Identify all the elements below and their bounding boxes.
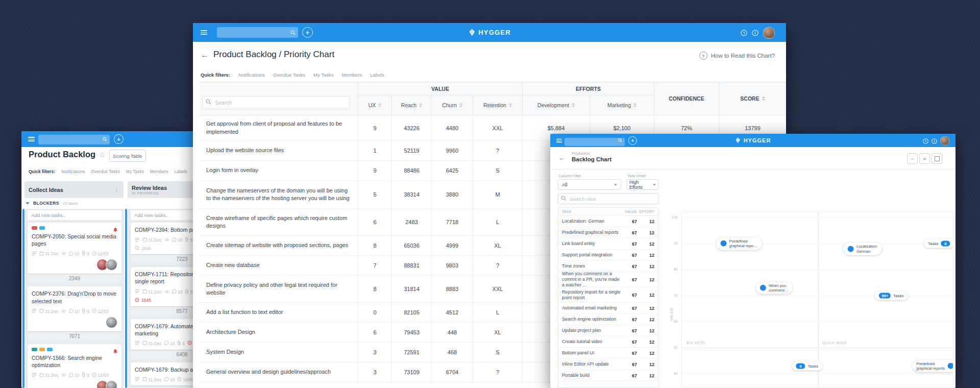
quick-filter-item[interactable]: Overdue Tasks — [91, 169, 120, 174]
add-icon[interactable]: + — [302, 27, 313, 38]
task-search[interactable] — [202, 96, 350, 109]
swimlane-blockers[interactable]: BLOCKERS 23 tasks — [26, 201, 78, 206]
value-cell: 4512 — [432, 303, 473, 322]
comments-count: 10 — [75, 309, 79, 314]
assignee-avatar[interactable] — [106, 259, 117, 271]
idea-value: 67 — [622, 306, 637, 311]
chart-bubble[interactable]: Tasks8 — [924, 239, 953, 248]
left-topbar-search-input[interactable] — [38, 135, 110, 144]
idea-list-row[interactable]: Localization: German6712 — [558, 216, 658, 227]
right-topbar-search[interactable] — [565, 136, 625, 144]
column-menu-icon[interactable]: ⋮ — [114, 186, 119, 193]
quick-filter-item[interactable]: Members — [150, 169, 168, 174]
menu-icon[interactable] — [201, 30, 207, 35]
clock-icon[interactable] — [923, 138, 928, 144]
idea-list-row[interactable]: Update project plan6712 — [558, 325, 658, 336]
scoring-table-button[interactable]: Scoring Table — [109, 150, 146, 162]
quick-filter-item[interactable]: Notifications — [61, 169, 85, 174]
quick-filter-item[interactable]: My Tasks — [126, 169, 144, 174]
clock-icon[interactable] — [741, 30, 747, 36]
quick-filter-item[interactable]: Labels — [370, 72, 384, 78]
assignee-avatar[interactable] — [106, 317, 117, 328]
column-filter-select[interactable]: All — [558, 179, 621, 190]
star-icon[interactable]: ☆ — [99, 151, 106, 159]
center-topbar-search[interactable] — [217, 27, 298, 38]
comments-count: 10 — [75, 373, 79, 378]
confidence-header[interactable]: CONFIDENCE — [654, 82, 719, 115]
idea-list-row[interactable]: Repository import for a single point rep… — [558, 287, 658, 303]
column-subheader[interactable]: Retention — [473, 95, 523, 115]
quick-filter-item[interactable]: My Tasks — [313, 72, 333, 78]
score-header[interactable]: SCORE — [719, 82, 786, 115]
value-cell: 65036 — [392, 236, 432, 255]
center-topbar-search-input[interactable] — [217, 27, 298, 38]
right-topbar-search-input[interactable] — [565, 138, 625, 146]
add-icon[interactable]: + — [114, 134, 124, 144]
column-subheader[interactable]: Reach — [392, 95, 432, 115]
task-order-select[interactable]: High Efforts — [627, 179, 658, 190]
column-scrollbar[interactable] — [125, 209, 127, 388]
zoom-out-button[interactable]: − — [907, 153, 918, 164]
chart-bubble[interactable]: 99+Tasks — [875, 292, 908, 300]
task-search-input[interactable] — [202, 96, 350, 109]
value-cell: 4480 — [432, 115, 473, 140]
how-to-read-label: How to Read this Chart? — [711, 53, 775, 59]
menu-icon[interactable] — [556, 138, 562, 142]
zoom-in-button[interactable]: + — [919, 153, 930, 164]
idea-list-row[interactable]: Create tutorial video6712 — [558, 336, 658, 348]
collapse-triangle-icon[interactable] — [26, 202, 30, 205]
attachment-icon — [82, 251, 86, 257]
chart-bubble[interactable]: 4Tasks — [792, 361, 822, 370]
idea-search[interactable] — [558, 193, 658, 204]
add-new-tasks-field[interactable]: Add new tasks.. — [28, 210, 121, 220]
chart-bubble[interactable]: When youcomment ... — [756, 281, 793, 294]
idea-list-row[interactable]: When you comment on a commit in a PR, yo… — [558, 272, 658, 287]
user-avatar[interactable] — [940, 136, 949, 146]
assignee-avatar[interactable] — [106, 380, 117, 388]
kanban-card[interactable]: COMPY-1566: Search engine optimization31… — [28, 344, 121, 388]
how-to-read-link[interactable]: ? How to Read this Chart? — [699, 52, 775, 60]
chart-bubble[interactable]: Predefinedgraphical reports — [912, 359, 953, 372]
idea-list-row[interactable]: Predefined graphical reports6712 — [558, 227, 658, 238]
column-subheader[interactable]: Churn — [432, 95, 473, 115]
left-topbar-search[interactable] — [38, 134, 110, 144]
user-avatar[interactable] — [763, 27, 775, 39]
back-arrow-icon[interactable]: ← — [201, 51, 209, 60]
column-subheader[interactable]: UX — [358, 95, 392, 115]
idea-list-row[interactable]: Portable build6712 — [558, 370, 658, 381]
idea-list-row[interactable]: Automated email marketing6712 — [558, 303, 658, 314]
time-icon — [135, 246, 139, 251]
column-header-collect-ideas[interactable]: Collect Ideas ⋮ — [24, 181, 124, 198]
idea-list-row[interactable]: Search engine optimization6712 — [558, 314, 658, 325]
task-name-cell: Create wireframe of specific pages which… — [199, 209, 358, 235]
column-subheader[interactable]: Development — [523, 95, 590, 115]
value-cell: 8 — [358, 236, 392, 255]
chart-bubble[interactable]: Localization:German — [844, 243, 882, 255]
column-scrollbar[interactable] — [22, 209, 24, 388]
quick-filter-item[interactable]: Notifications — [238, 72, 265, 78]
column-subheader[interactable]: Marketing — [590, 95, 654, 115]
quick-filter-item[interactable]: Labels — [175, 169, 187, 174]
info-icon[interactable] — [932, 138, 937, 144]
idea-list-row[interactable]: Bottom panel UI6712 — [558, 348, 658, 359]
idea-list-row[interactable]: Support portal integration6712 — [558, 250, 658, 261]
menu-icon[interactable] — [28, 137, 35, 141]
idea-list-row[interactable]: Link board entity6712 — [558, 238, 658, 250]
right-topbar: + HYGGER — [550, 134, 955, 147]
back-arrow-icon[interactable]: ← — [558, 154, 566, 162]
task-name-cell: Get approval from client of proposal and… — [199, 115, 358, 140]
attachment-icon — [185, 289, 189, 295]
card-title: COMPY-2050: Special social media pages — [32, 233, 117, 247]
kanban-card[interactable]: COMPY-2376: Drag'n'Drop to move selected… — [28, 286, 121, 331]
kanban-card[interactable]: COMPY-2050: Special social media pages31… — [28, 223, 121, 274]
idea-list-row[interactable]: Inline Editor API update6712 — [558, 359, 658, 370]
idea-search-input[interactable] — [558, 193, 658, 204]
fullscreen-button[interactable] — [932, 153, 942, 164]
chevron-down-icon — [653, 184, 656, 186]
quick-filter-item[interactable]: Overdue Tasks — [273, 72, 305, 78]
add-icon[interactable]: + — [628, 136, 637, 145]
idea-list-row[interactable]: Time zones6712 — [558, 261, 658, 272]
quick-filter-item[interactable]: Members — [341, 72, 362, 78]
chart-bubble[interactable]: Predefinedgraphical repo ... — [716, 237, 762, 250]
info-icon[interactable] — [752, 30, 758, 36]
